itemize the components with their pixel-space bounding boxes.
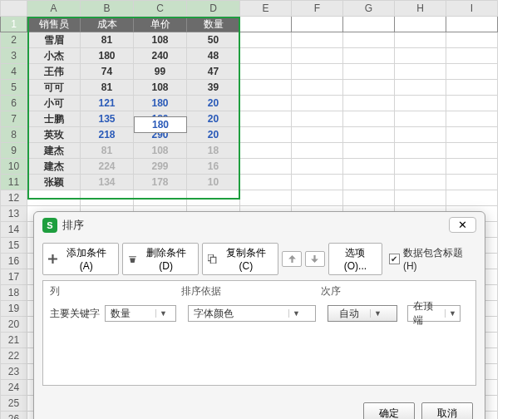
empty-cell[interactable] (395, 159, 446, 175)
copy-condition-button[interactable]: 复制条件(C) (202, 243, 278, 275)
empty-cell[interactable] (395, 190, 446, 206)
row-header[interactable]: 15 (1, 238, 27, 254)
data-cell[interactable]: 20 (187, 127, 240, 143)
row-header[interactable]: 19 (1, 301, 27, 317)
empty-cell[interactable] (395, 127, 446, 143)
data-cell[interactable]: 178 (134, 175, 187, 190)
empty-cell[interactable] (395, 32, 446, 48)
data-cell[interactable]: 108 (134, 32, 187, 48)
row-header[interactable]: 21 (1, 333, 27, 348)
empty-cell[interactable] (343, 127, 395, 143)
data-cell[interactable]: 180 (81, 48, 134, 64)
data-cell[interactable]: 小杰 (27, 48, 81, 64)
empty-cell[interactable] (134, 190, 187, 206)
empty-cell[interactable] (343, 17, 395, 32)
column-header[interactable]: B (81, 1, 134, 17)
empty-cell[interactable] (395, 111, 446, 127)
data-cell[interactable]: 224 (81, 159, 134, 175)
column-header[interactable]: D (187, 1, 240, 17)
empty-cell[interactable] (292, 111, 343, 127)
empty-cell[interactable] (292, 48, 343, 64)
row-header[interactable]: 4 (1, 64, 27, 80)
empty-cell[interactable] (292, 175, 343, 190)
data-cell[interactable]: 180 (134, 96, 187, 111)
data-cell[interactable]: 王伟 (27, 64, 81, 80)
row-header[interactable]: 18 (1, 285, 27, 301)
row-header[interactable]: 8 (1, 127, 27, 143)
data-cell[interactable]: 180 (134, 111, 187, 127)
row-header[interactable]: 2 (1, 32, 27, 48)
data-cell[interactable]: 299 (134, 159, 187, 175)
ok-button[interactable]: 确定 (363, 402, 415, 419)
empty-cell[interactable] (240, 190, 292, 206)
row-header[interactable]: 24 (1, 380, 27, 396)
row-header[interactable]: 16 (1, 254, 27, 269)
data-cell[interactable]: 16 (187, 159, 240, 175)
table-header-cell[interactable]: 成本 (81, 17, 134, 32)
header-checkbox-wrap[interactable]: ✔ 数据包含标题(H) (389, 246, 476, 272)
delete-condition-button[interactable]: 删除条件(D) (122, 243, 199, 275)
empty-cell[interactable] (187, 190, 240, 206)
empty-cell[interactable] (446, 64, 498, 80)
data-cell[interactable]: 47 (187, 64, 240, 80)
empty-cell[interactable] (446, 159, 498, 175)
empty-cell[interactable] (343, 143, 395, 159)
data-cell[interactable]: 240 (134, 48, 187, 64)
data-cell[interactable]: 99 (134, 64, 187, 80)
empty-cell[interactable] (240, 159, 292, 175)
row-header[interactable]: 23 (1, 364, 27, 380)
empty-cell[interactable] (240, 48, 292, 64)
row-header[interactable]: 25 (1, 396, 27, 412)
empty-cell[interactable] (446, 111, 498, 127)
data-cell[interactable]: 可可 (27, 80, 81, 96)
empty-cell[interactable] (446, 32, 498, 48)
add-condition-button[interactable]: 添加条件(A) (42, 243, 119, 275)
row-header[interactable]: 26 (1, 412, 27, 420)
data-cell[interactable]: 20 (187, 96, 240, 111)
empty-cell[interactable] (240, 64, 292, 80)
row-header[interactable]: 20 (1, 317, 27, 333)
column-header[interactable]: F (292, 1, 343, 17)
row-header[interactable]: 22 (1, 348, 27, 364)
move-up-button[interactable] (282, 251, 302, 267)
row-header[interactable]: 1 (1, 17, 27, 32)
table-header-cell[interactable]: 数量 (187, 17, 240, 32)
data-cell[interactable]: 50 (187, 32, 240, 48)
column-header[interactable]: H (395, 1, 446, 17)
empty-cell[interactable] (343, 175, 395, 190)
data-cell[interactable]: 雪眉 (27, 32, 81, 48)
table-header-cell[interactable]: 单价 (134, 17, 187, 32)
data-cell[interactable]: 48 (187, 48, 240, 64)
data-cell[interactable]: 108 (134, 143, 187, 159)
row-header[interactable]: 5 (1, 80, 27, 96)
data-cell[interactable]: 英玫 (27, 127, 81, 143)
column-header[interactable]: E (240, 1, 292, 17)
data-cell[interactable]: 建杰 (27, 143, 81, 159)
row-header[interactable]: 11 (1, 175, 27, 190)
empty-cell[interactable] (395, 80, 446, 96)
row-header[interactable]: 6 (1, 96, 27, 111)
empty-cell[interactable] (81, 190, 134, 206)
data-cell[interactable]: 108 (134, 80, 187, 96)
data-cell[interactable]: 39 (187, 80, 240, 96)
data-cell[interactable]: 135 (81, 111, 134, 127)
row-header[interactable]: 10 (1, 159, 27, 175)
empty-cell[interactable] (240, 80, 292, 96)
column-header[interactable]: I (446, 1, 498, 17)
data-cell[interactable]: 121 (81, 96, 134, 111)
empty-cell[interactable] (446, 48, 498, 64)
column-header[interactable]: C (134, 1, 187, 17)
data-cell[interactable]: 士鹏 (27, 111, 81, 127)
row-header[interactable]: 12 (1, 190, 27, 206)
empty-cell[interactable] (27, 190, 81, 206)
empty-cell[interactable] (343, 111, 395, 127)
empty-cell[interactable] (395, 64, 446, 80)
row-header[interactable]: 14 (1, 222, 27, 238)
basis-combo[interactable]: 字体颜色▼ (188, 305, 316, 322)
data-cell[interactable]: 218 (81, 127, 134, 143)
data-cell[interactable]: 81 (81, 32, 134, 48)
empty-cell[interactable] (395, 175, 446, 190)
empty-cell[interactable] (292, 17, 343, 32)
empty-cell[interactable] (240, 17, 292, 32)
row-header[interactable]: 7 (1, 111, 27, 127)
